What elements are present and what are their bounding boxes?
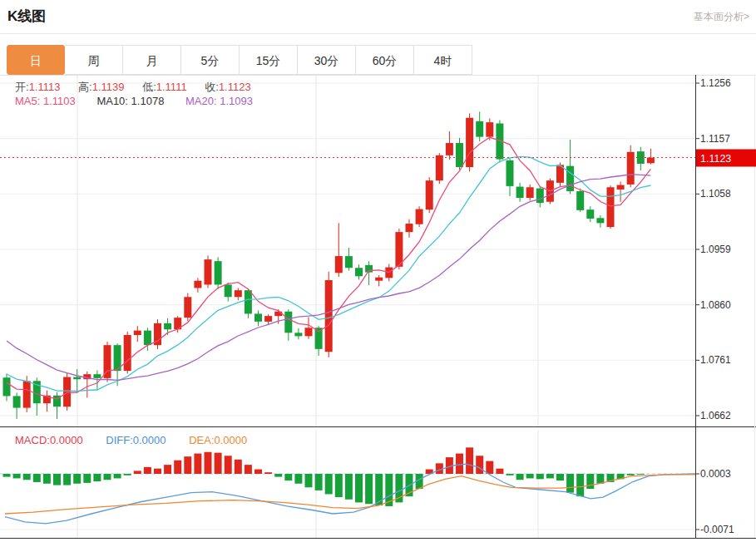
macd-bar bbox=[43, 474, 51, 484]
macd-bar bbox=[134, 471, 141, 474]
candle-body bbox=[446, 143, 453, 155]
macd-bar bbox=[315, 474, 323, 490]
ma5-label: MA5: bbox=[15, 95, 40, 107]
macd-value-readout: MACD:0.0000 bbox=[15, 434, 83, 446]
candle-body bbox=[184, 297, 191, 318]
macd-bar bbox=[104, 474, 111, 480]
tab-60分[interactable]: 60分 bbox=[356, 45, 414, 75]
ma5-line bbox=[7, 137, 650, 399]
ma20-label: MA20: bbox=[185, 95, 217, 107]
candle-body bbox=[617, 185, 625, 190]
candle-body bbox=[164, 323, 171, 329]
candle-body bbox=[426, 180, 433, 209]
macd-bar bbox=[33, 474, 41, 482]
candle-body bbox=[305, 328, 313, 336]
y-axis-label: -0.0071 bbox=[700, 524, 734, 535]
candle-body bbox=[134, 331, 141, 335]
candle-body bbox=[144, 331, 151, 346]
high-readout: 高:1.1139 bbox=[78, 81, 124, 93]
candle-body bbox=[627, 152, 635, 185]
macd-bar bbox=[245, 465, 252, 474]
candle-body bbox=[245, 290, 252, 313]
candle-body bbox=[225, 284, 232, 297]
macd-bar bbox=[486, 461, 493, 474]
timeframe-tabs: 日周月5分15分30分60分4时 bbox=[7, 45, 472, 75]
diff-value: 0.0000 bbox=[133, 434, 166, 446]
open-label: 开: bbox=[15, 81, 29, 93]
chart-svg: 1.12561.11571.10581.09591.08601.07611.06… bbox=[0, 75, 756, 539]
diff-label: DIFF: bbox=[106, 434, 133, 446]
y-axis-label: 1.0959 bbox=[700, 244, 731, 255]
candle-body bbox=[294, 333, 302, 336]
diff-value-readout: DIFF:0.0000 bbox=[106, 434, 166, 446]
candle-body bbox=[486, 122, 493, 137]
macd-bar bbox=[325, 474, 333, 494]
tab-日[interactable]: 日 bbox=[7, 45, 65, 75]
macd-bar bbox=[466, 447, 473, 474]
candle-body bbox=[23, 381, 31, 407]
macd-bar bbox=[63, 474, 71, 485]
macd-bar bbox=[274, 474, 282, 477]
macd-value: 0.0000 bbox=[50, 434, 83, 446]
tab-月[interactable]: 月 bbox=[123, 45, 181, 75]
macd-bar bbox=[225, 456, 232, 474]
candle-body bbox=[355, 268, 363, 276]
ma10-readout: MA10: 1.1078 bbox=[96, 95, 164, 107]
macd-bar bbox=[305, 474, 313, 487]
low-label: 低: bbox=[142, 81, 156, 93]
candle-body bbox=[284, 312, 292, 333]
macd-bar bbox=[576, 474, 584, 496]
macd-bar bbox=[235, 460, 242, 474]
tab-30分[interactable]: 30分 bbox=[298, 45, 356, 75]
open-value: 1.1113 bbox=[29, 81, 61, 93]
macd-bar bbox=[476, 456, 483, 474]
macd-bar bbox=[3, 474, 11, 477]
candle-body bbox=[325, 280, 333, 352]
candle-body bbox=[73, 377, 81, 380]
candle-body bbox=[536, 189, 544, 204]
tab-5分[interactable]: 5分 bbox=[181, 45, 240, 75]
macd-bar bbox=[124, 474, 131, 475]
y-axis-label: 1.0761 bbox=[700, 354, 731, 366]
macd-bar bbox=[345, 474, 353, 500]
candle-body bbox=[406, 224, 413, 232]
dea-value: 0.0000 bbox=[215, 434, 248, 446]
ma20-value: 1.1093 bbox=[220, 95, 253, 107]
fundamental-analysis-link[interactable]: 基本面分析> bbox=[694, 10, 749, 24]
macd-bar bbox=[566, 474, 574, 493]
ma10-label: MA10: bbox=[96, 95, 128, 107]
macd-bar bbox=[164, 465, 171, 474]
candle-body bbox=[647, 158, 655, 164]
candle-body bbox=[235, 290, 242, 297]
candle-body bbox=[194, 281, 201, 288]
candle-body bbox=[13, 396, 21, 407]
close-value: 1.1123 bbox=[219, 81, 251, 93]
tab-4时[interactable]: 4时 bbox=[414, 45, 472, 75]
macd-bar bbox=[496, 469, 503, 474]
candle-body bbox=[264, 316, 272, 322]
page-title: K线图 bbox=[7, 7, 46, 26]
high-value: 1.1139 bbox=[92, 81, 125, 93]
candle-body bbox=[416, 209, 423, 224]
close-readout: 收:1.1123 bbox=[205, 81, 250, 93]
tab-周[interactable]: 周 bbox=[65, 45, 123, 75]
macd-bar bbox=[546, 474, 554, 478]
candle-body bbox=[93, 374, 101, 378]
macd-bar bbox=[586, 474, 594, 489]
candle-body bbox=[586, 209, 594, 219]
candle-body bbox=[576, 191, 584, 210]
macd-bar bbox=[205, 452, 212, 474]
macd-bar bbox=[114, 474, 121, 478]
candle-body bbox=[466, 118, 473, 167]
macd-bar bbox=[284, 474, 292, 480]
ma20-readout: MA20: 1.1093 bbox=[185, 95, 253, 107]
tab-15分[interactable]: 15分 bbox=[240, 45, 298, 75]
candle-body bbox=[254, 313, 262, 321]
candle-body bbox=[63, 377, 71, 407]
candle-body bbox=[395, 232, 403, 267]
dea-value-readout: DEA:0.0000 bbox=[189, 434, 247, 446]
macd-bar bbox=[23, 474, 31, 480]
open-readout: 开:1.1113 bbox=[15, 81, 60, 93]
candle-body bbox=[526, 187, 534, 198]
candle-body bbox=[456, 143, 463, 167]
